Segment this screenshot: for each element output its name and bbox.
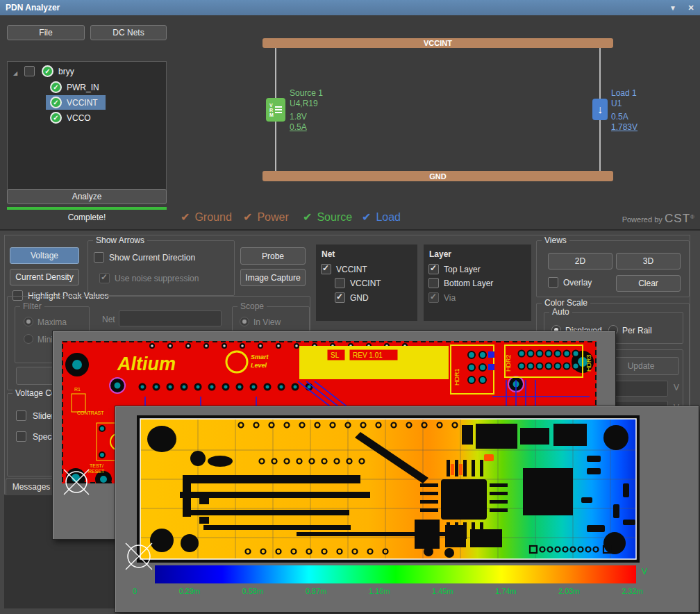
checkbox-net-vccint-child[interactable] bbox=[335, 278, 345, 288]
svg-text:REV 1.01: REV 1.01 bbox=[353, 351, 383, 359]
scale-tick: 1.16m bbox=[369, 587, 390, 595]
probe-button[interactable]: Probe bbox=[240, 247, 306, 265]
divider bbox=[0, 229, 700, 231]
powered-by-cst: Powered by CST® bbox=[590, 212, 699, 226]
voltage-map-window[interactable]: V 0 0.29m 0.58m 0.87m 1.16m 1.45m 1.74m … bbox=[115, 406, 699, 613]
tree-item-label: VCCO bbox=[67, 113, 91, 123]
color-scale-bar bbox=[155, 565, 636, 583]
legend-ground: ✔Ground bbox=[181, 210, 232, 224]
svg-text:HDR2: HDR2 bbox=[505, 354, 512, 372]
checkbox-via bbox=[428, 292, 439, 303]
tree-item-root[interactable]: ✓ bryy bbox=[8, 65, 166, 78]
close-icon[interactable]: ✕ bbox=[682, 3, 700, 13]
highlight-net-field bbox=[119, 310, 222, 326]
checkbox-noise-suppression bbox=[99, 273, 110, 283]
views-group: Views 2D 3D Overlay Clear bbox=[536, 240, 690, 297]
svg-text:R1: R1 bbox=[74, 387, 81, 392]
scale-tick: 1.74m bbox=[495, 587, 517, 595]
load-info: Load 1 U1 0.5A 1.783V bbox=[611, 88, 638, 133]
unit-label: V bbox=[674, 383, 679, 392]
legend-source: ✔Source bbox=[303, 210, 352, 224]
checkbox-bottom-layer[interactable] bbox=[428, 278, 439, 288]
check-circle-icon: ✓ bbox=[50, 112, 62, 124]
scale-tick: 0.58m bbox=[242, 587, 264, 595]
tree-item-vcco[interactable]: ✓ VCCO bbox=[8, 111, 166, 124]
crosshair-cursor-icon bbox=[62, 466, 91, 498]
checkbox-slider[interactable] bbox=[16, 410, 26, 421]
scale-unit-label: V bbox=[642, 567, 647, 576]
legend-power: ✔Power bbox=[243, 210, 289, 224]
load-current: 0.5A bbox=[611, 112, 638, 122]
layer-panel: Layer Top Layer Bottom Layer Via bbox=[424, 244, 531, 321]
crosshair-cursor-icon bbox=[123, 540, 155, 573]
net-tree: ◢ ✓ bryy ✓ PWR_IN ✓ VCCINT ✓ VCCO bbox=[7, 61, 167, 199]
checkbox-overlay[interactable] bbox=[548, 277, 558, 288]
checkbox-root[interactable] bbox=[24, 66, 35, 76]
svg-text:CONTRAST: CONTRAST bbox=[77, 410, 104, 415]
check-circle-icon: ✓ bbox=[50, 81, 62, 93]
check-circle-icon: ✓ bbox=[50, 97, 62, 108]
check-icon: ✔ bbox=[362, 210, 371, 224]
checkbox-net-gnd[interactable] bbox=[335, 292, 345, 303]
tree-item-label: VCCINT bbox=[67, 98, 98, 108]
clear-button[interactable]: Clear bbox=[616, 275, 681, 292]
vrm-letters: VRM bbox=[269, 103, 274, 117]
checkbox-specific[interactable] bbox=[16, 431, 26, 442]
tree-item-label: PWR_IN bbox=[67, 83, 99, 92]
net-panel: Net VCCINT VCCINT GND bbox=[316, 244, 417, 321]
load-name: Load 1 bbox=[611, 88, 638, 99]
source-name: Source 1 bbox=[290, 88, 323, 99]
view-3d-button[interactable]: 3D bbox=[616, 253, 681, 269]
view-2d-button[interactable]: 2D bbox=[548, 253, 612, 269]
check-icon: ✔ bbox=[181, 210, 190, 224]
load-voltage-link[interactable]: 1.783V bbox=[611, 122, 638, 133]
cst-logo: CST bbox=[665, 212, 690, 225]
source-current-link[interactable]: 0.5A bbox=[290, 122, 323, 133]
checkbox-show-current-direction[interactable] bbox=[94, 252, 104, 263]
thermal-map-image[interactable] bbox=[137, 415, 640, 563]
progress-bar bbox=[7, 207, 167, 210]
title-bar[interactable]: PDN Analyzer ▼ ✕ bbox=[0, 0, 700, 15]
vrm-source-icon[interactable]: VRM bbox=[266, 98, 285, 122]
source-voltage: 1.8V bbox=[290, 112, 323, 122]
check-icon: ✔ bbox=[303, 210, 312, 224]
scale-tick: 0 bbox=[133, 587, 137, 595]
dc-nets-button[interactable]: DC Nets bbox=[90, 25, 167, 40]
svg-text:Altium: Altium bbox=[117, 354, 176, 374]
load-designators: U1 bbox=[611, 99, 638, 109]
tree-root-label: bryy bbox=[58, 67, 74, 76]
tree-item-vccint[interactable]: ✓ VCCINT bbox=[8, 96, 166, 109]
top-section: File DC Nets ◢ ✓ bryy ✓ PWR_IN ✓ VCCINT … bbox=[0, 15, 700, 229]
scale-tick: 1.45m bbox=[432, 587, 453, 595]
rail-vccint[interactable]: VCCINT bbox=[262, 38, 613, 48]
legend-load: ✔Load bbox=[362, 210, 401, 224]
radio-minima bbox=[24, 334, 33, 344]
tree-item-pwr-in[interactable]: ✓ PWR_IN bbox=[8, 81, 166, 94]
scale-tick: 0.87m bbox=[306, 587, 327, 595]
analyze-button[interactable]: Analyze bbox=[7, 189, 167, 204]
svg-text:Level: Level bbox=[251, 362, 267, 369]
source-designators: U4,R19 bbox=[290, 99, 323, 109]
checkbox-net-vccint[interactable] bbox=[321, 264, 331, 274]
show-arrows-group: Show Arrows Show Current Direction Use n… bbox=[88, 240, 235, 296]
check-icon: ✔ bbox=[243, 210, 252, 224]
analysis-status: Complete! bbox=[7, 213, 167, 222]
scale-tick: 2.03m bbox=[558, 587, 580, 595]
radio-in-view bbox=[240, 317, 249, 326]
scale-tick: 0.29m bbox=[179, 587, 201, 595]
voltage-button[interactable]: Voltage bbox=[10, 247, 79, 264]
vrm-bars bbox=[275, 106, 282, 113]
current-density-button[interactable]: Current Density bbox=[10, 269, 79, 285]
checkbox-top-layer[interactable] bbox=[428, 264, 439, 274]
image-capture-button[interactable]: Image Capture bbox=[240, 269, 306, 286]
load-arrow-icon[interactable]: ↓ bbox=[592, 99, 608, 120]
caret-down-icon[interactable]: ▼ bbox=[664, 4, 682, 12]
scale-tick: 2.32m bbox=[622, 587, 643, 595]
rail-gnd[interactable]: GND bbox=[262, 171, 613, 181]
file-button[interactable]: File bbox=[7, 25, 85, 40]
tab-messages[interactable]: Messages bbox=[6, 478, 57, 495]
color-scale-labels: 0 0.29m 0.58m 0.87m 1.16m 1.45m 1.74m 2.… bbox=[133, 587, 643, 595]
source-info: Source 1 U4,R19 1.8V 0.5A bbox=[290, 88, 323, 133]
svg-text:Smart: Smart bbox=[251, 354, 269, 360]
svg-text:TEST/: TEST/ bbox=[90, 463, 103, 468]
